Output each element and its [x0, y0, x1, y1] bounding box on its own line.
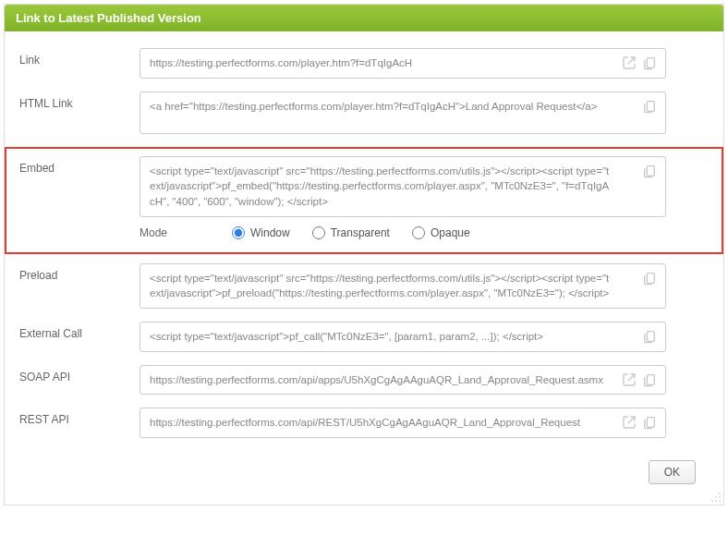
- open-link-icon[interactable]: [621, 414, 637, 431]
- label-html-link: HTML Link: [19, 91, 140, 110]
- rest-api-value-box[interactable]: https://testing.perfectforms.com/api/RES…: [140, 408, 666, 438]
- ok-button[interactable]: OK: [649, 460, 696, 484]
- open-link-icon[interactable]: [621, 55, 637, 71]
- row-external-call: External Call <script type="text/javascr…: [19, 322, 709, 352]
- label-embed: Embed: [19, 156, 140, 175]
- svg-rect-1: [647, 101, 654, 111]
- copy-icon[interactable]: [641, 371, 658, 388]
- svg-rect-5: [647, 374, 654, 384]
- soap-api-value: https://testing.perfectforms.com/api/app…: [150, 374, 603, 385]
- embed-value-box[interactable]: <script type="text/javascript" src="http…: [140, 156, 666, 217]
- link-value: https://testing.perfectforms.com/player.…: [150, 57, 412, 68]
- html-link-value-box[interactable]: <a href="https://testing.perfectforms.co…: [140, 91, 666, 134]
- row-preload: Preload <script type="text/javascript" s…: [19, 263, 709, 309]
- label-external-call: External Call: [19, 322, 140, 340]
- mode-window-radio[interactable]: [232, 226, 245, 239]
- mode-transparent-label: Transparent: [331, 226, 390, 239]
- svg-rect-0: [647, 58, 654, 68]
- svg-point-9: [719, 496, 721, 498]
- svg-point-11: [715, 500, 717, 502]
- copy-icon[interactable]: [641, 55, 658, 71]
- mode-window[interactable]: Window: [232, 226, 290, 239]
- mode-opaque-label: Opaque: [431, 226, 470, 239]
- mode-window-label: Window: [250, 226, 290, 239]
- external-call-value-box[interactable]: <script type="text/javascript">pf_call("…: [140, 322, 666, 352]
- link-value-box[interactable]: https://testing.perfectforms.com/player.…: [140, 48, 666, 79]
- svg-point-7: [719, 493, 721, 494]
- resize-grip-icon[interactable]: [710, 492, 722, 503]
- row-rest-api: REST API https://testing.perfectforms.co…: [19, 408, 709, 438]
- svg-point-12: [719, 500, 721, 502]
- copy-icon[interactable]: [641, 98, 658, 115]
- row-link: Link https://testing.perfectforms.com/pl…: [19, 48, 709, 79]
- external-call-value: <script type="text/javascript">pf_call("…: [150, 331, 543, 342]
- svg-point-8: [715, 496, 717, 498]
- mode-opaque-radio[interactable]: [412, 226, 425, 239]
- preload-value: <script type="text/javascript" src="http…: [150, 273, 609, 299]
- panel-header: Link to Latest Published Version: [5, 5, 723, 31]
- row-soap-api: SOAP API https://testing.perfectforms.co…: [19, 365, 709, 396]
- svg-rect-3: [647, 273, 654, 283]
- copy-icon[interactable]: [641, 328, 658, 345]
- open-link-icon[interactable]: [621, 371, 637, 388]
- mode-opaque[interactable]: Opaque: [412, 226, 470, 239]
- label-rest-api: REST API: [19, 408, 140, 426]
- embed-value: <script type="text/javascript" src="http…: [150, 165, 609, 207]
- rest-api-value: https://testing.perfectforms.com/api/RES…: [150, 417, 580, 428]
- svg-rect-2: [647, 165, 654, 176]
- preload-value-box[interactable]: <script type="text/javascript" src="http…: [140, 263, 666, 309]
- copy-icon[interactable]: [641, 270, 658, 286]
- link-panel: Link to Latest Published Version Link ht…: [4, 4, 724, 505]
- svg-point-10: [711, 500, 713, 502]
- mode-label: Mode: [140, 226, 232, 239]
- label-soap-api: SOAP API: [19, 365, 140, 383]
- copy-icon[interactable]: [641, 414, 658, 431]
- embed-highlight: Embed <script type="text/javascript" src…: [5, 147, 723, 254]
- mode-transparent[interactable]: Transparent: [312, 226, 390, 239]
- soap-api-value-box[interactable]: https://testing.perfectforms.com/api/app…: [140, 365, 666, 396]
- panel-title: Link to Latest Published Version: [16, 11, 201, 25]
- mode-radio-group: Window Transparent Opaque: [232, 226, 470, 239]
- panel-body: Link https://testing.perfectforms.com/pl…: [5, 31, 723, 505]
- svg-rect-6: [647, 418, 654, 428]
- svg-rect-4: [647, 332, 654, 342]
- mode-transparent-radio[interactable]: [312, 226, 325, 239]
- row-embed: Embed <script type="text/javascript" src…: [19, 156, 709, 245]
- copy-icon[interactable]: [641, 163, 658, 179]
- footer: OK: [19, 451, 709, 495]
- label-link: Link: [19, 48, 140, 67]
- row-html-link: HTML Link <a href="https://testing.perfe…: [19, 91, 709, 134]
- label-preload: Preload: [19, 263, 140, 282]
- mode-row: Mode Window Transparent: [140, 217, 709, 245]
- html-link-value: <a href="https://testing.perfectforms.co…: [150, 101, 597, 112]
